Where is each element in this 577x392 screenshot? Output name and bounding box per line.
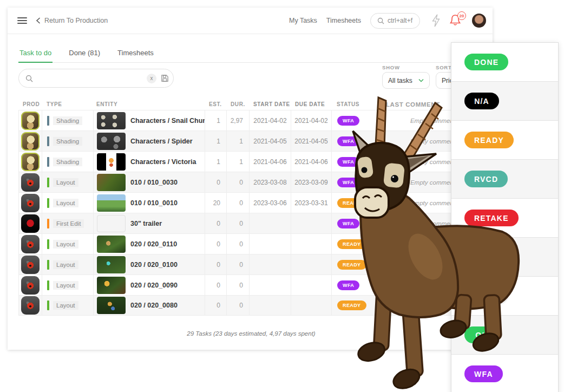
entity-thumbnail bbox=[97, 133, 126, 150]
status-option-badge[interactable]: OK bbox=[464, 326, 499, 343]
column-header-prod: PROD bbox=[18, 101, 42, 107]
entity-cell: Characters / Victoria bbox=[93, 152, 205, 172]
status-option-badge[interactable]: N/A bbox=[464, 93, 499, 109]
status-badge[interactable]: READY bbox=[337, 260, 366, 270]
table-row[interactable]: Layout 020 / 020_0080 0 0 READY Empty co… bbox=[18, 295, 484, 316]
back-to-production-link[interactable]: Return To Production bbox=[36, 17, 108, 24]
notifications-bell[interactable]: 20 bbox=[450, 14, 463, 28]
save-search-button[interactable] bbox=[161, 74, 169, 82]
entity-thumbnail bbox=[97, 215, 126, 232]
show-filter-dropdown[interactable]: All tasks bbox=[382, 72, 430, 89]
status-badge[interactable]: READY bbox=[337, 198, 366, 208]
status-badge[interactable]: READY bbox=[337, 300, 366, 310]
status-picker-panel: DONE N/A READY RVCD RETAKE TODO OK WFA bbox=[451, 42, 559, 392]
column-header-status: STATUS bbox=[331, 101, 382, 107]
user-avatar[interactable] bbox=[472, 14, 486, 28]
entity-name: 020 / 020_0100 bbox=[130, 261, 178, 269]
status-option-badge[interactable] bbox=[464, 249, 512, 265]
status-option[interactable] bbox=[451, 238, 558, 277]
nav-timesheets[interactable]: Timesheets bbox=[326, 17, 361, 24]
task-type-label: First Edit bbox=[53, 219, 84, 228]
entity-name: 020 / 020_0110 bbox=[130, 240, 177, 248]
tab[interactable]: Task to do bbox=[18, 45, 53, 63]
search-icon bbox=[377, 17, 384, 24]
entity-thumbnail bbox=[97, 256, 126, 273]
task-type-label: Shading bbox=[53, 116, 82, 125]
status-option-badge[interactable]: RVCD bbox=[464, 171, 508, 187]
column-header-entity: ENTITY bbox=[93, 101, 205, 107]
entity-thumbnail bbox=[97, 194, 126, 212]
estimation-cell: 20 bbox=[205, 193, 226, 213]
production-avatar bbox=[21, 153, 40, 171]
status-option[interactable]: DONE bbox=[451, 43, 558, 82]
status-option[interactable]: TODO bbox=[451, 277, 558, 316]
task-type-cell: Shading bbox=[42, 131, 93, 151]
status-badge[interactable]: READY bbox=[337, 239, 366, 249]
table-row[interactable]: Layout 020 / 020_0090 0 0 WFA Empty comm… bbox=[18, 275, 484, 295]
status-option[interactable]: RVCD bbox=[451, 160, 558, 199]
table-row[interactable]: Shading Characters / Snail Chunky 1 2,97… bbox=[18, 110, 484, 130]
entity-thumbnail bbox=[97, 153, 126, 171]
tab[interactable]: Done (81) bbox=[68, 45, 101, 62]
status-badge[interactable]: WFA bbox=[337, 178, 359, 187]
task-type-color-bar bbox=[47, 116, 49, 126]
task-type-label: Layout bbox=[53, 260, 78, 269]
table-row[interactable]: Layout 010 / 010_0030 0 0 2023-03-08 202… bbox=[18, 172, 484, 192]
search-icon bbox=[25, 75, 33, 82]
entity-thumbnail bbox=[97, 174, 126, 191]
hamburger-menu-icon[interactable] bbox=[17, 16, 27, 25]
estimation-cell: 1 bbox=[205, 152, 226, 172]
entity-name: Characters / Victoria bbox=[130, 158, 196, 166]
status-badge[interactable]: WFA bbox=[337, 116, 359, 126]
status-option-badge[interactable]: DONE bbox=[464, 54, 508, 70]
status-option-badge[interactable]: WFA bbox=[464, 365, 503, 382]
status-badge[interactable]: WFA bbox=[337, 280, 359, 290]
status-option-badge[interactable]: TODO bbox=[464, 288, 508, 304]
status-option[interactable]: OK bbox=[451, 316, 558, 355]
status-badge[interactable]: WFA bbox=[337, 157, 359, 167]
back-label: Return To Production bbox=[44, 17, 108, 24]
status-option[interactable]: READY bbox=[451, 121, 558, 160]
table-row[interactable]: Layout 010 / 010_0010 20 0 2023-03-06 20… bbox=[18, 192, 484, 213]
topbar-right: My Tasks Timesheets ctrl+alt+f 20 bbox=[289, 13, 486, 29]
status-badge[interactable]: WFA bbox=[337, 136, 359, 146]
task-type-color-bar bbox=[47, 260, 49, 270]
tab[interactable]: Timesheets bbox=[116, 45, 155, 62]
task-type-cell: Shading bbox=[42, 110, 93, 130]
status-option-badge[interactable]: READY bbox=[464, 132, 514, 148]
entity-name: 020 / 020_0090 bbox=[130, 282, 178, 289]
table-row[interactable]: First Edit 30" trailer 0 0 WFA Empty com… bbox=[18, 213, 484, 233]
duration-cell: 1 bbox=[226, 152, 249, 172]
estimation-cell: 0 bbox=[205, 234, 226, 254]
global-search-button[interactable]: ctrl+alt+f bbox=[370, 13, 420, 29]
nav-my-tasks[interactable]: My Tasks bbox=[289, 17, 317, 24]
start-date-cell bbox=[249, 213, 291, 233]
table-row[interactable]: Layout 020 / 020_0110 0 0 READY Empty co… bbox=[18, 233, 484, 254]
lightning-icon[interactable] bbox=[431, 14, 441, 27]
task-type-cell: First Edit bbox=[42, 213, 93, 233]
estimation-cell: 0 bbox=[205, 172, 226, 192]
main-card: Return To Production My Tasks Timesheets… bbox=[8, 8, 493, 350]
task-search-input[interactable] bbox=[37, 75, 147, 82]
status-option[interactable]: N/A bbox=[451, 82, 558, 121]
entity-name: 010 / 010_0030 bbox=[130, 179, 178, 186]
table-row[interactable]: Shading Characters / Spider 1 1 2021-04-… bbox=[18, 130, 484, 151]
table-header-row: PROD TYPE ENTITY EST. DUR. START DATE DU… bbox=[18, 99, 484, 110]
entity-thumbnail bbox=[97, 112, 126, 129]
status-option[interactable]: RETAKE bbox=[451, 199, 558, 238]
column-header-type: TYPE bbox=[42, 101, 93, 107]
task-type-color-bar bbox=[47, 198, 49, 208]
start-date-cell: 2021-04-02 bbox=[249, 110, 291, 130]
app-screen: Return To Production My Tasks Timesheets… bbox=[0, 0, 577, 392]
status-badge[interactable]: WFA bbox=[337, 219, 359, 228]
status-option[interactable]: WFA bbox=[451, 355, 558, 392]
duration-cell: 0 bbox=[226, 254, 249, 275]
task-type-color-bar bbox=[47, 157, 49, 167]
task-type-label: Shading bbox=[53, 137, 82, 146]
entity-name: 010 / 010_0010 bbox=[130, 199, 178, 207]
entity-cell: 30" trailer bbox=[93, 213, 205, 233]
status-option-badge[interactable]: RETAKE bbox=[464, 210, 519, 226]
table-row[interactable]: Layout 020 / 020_0100 0 0 READY Empty co… bbox=[18, 254, 484, 275]
clear-search-button[interactable]: x bbox=[147, 74, 156, 83]
table-row[interactable]: Shading Characters / Victoria 1 1 2021-0… bbox=[18, 151, 484, 172]
